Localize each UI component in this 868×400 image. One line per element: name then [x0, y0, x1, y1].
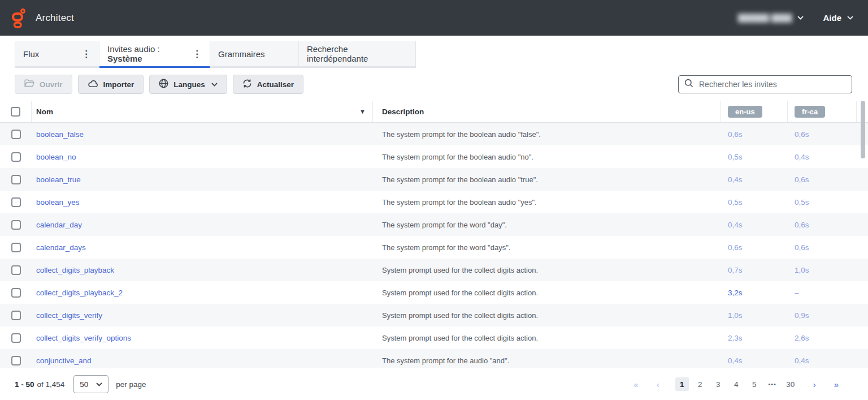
row-fr-ca-value[interactable]: 2,6s	[788, 334, 857, 342]
pagination-pages: 12345•••30	[675, 377, 797, 391]
row-fr-ca-value[interactable]: 0,6s	[788, 221, 857, 229]
row-en-us-value[interactable]: 2,3s	[721, 334, 788, 342]
pagination-page-2[interactable]: 2	[693, 377, 707, 391]
row-name-link[interactable]: collect_digits_playback_2	[36, 289, 123, 297]
tab-label: Flux	[23, 49, 39, 59]
scrollbar-thumb[interactable]	[861, 101, 865, 158]
page-size-select[interactable]: 50	[73, 375, 108, 393]
tab-grammaires[interactable]: Grammaires	[210, 41, 299, 68]
row-name-link[interactable]: calendar_days	[36, 243, 86, 252]
row-checkbox[interactable]	[11, 288, 21, 298]
table-row: conjunctive_and The system prompt for th…	[0, 349, 868, 368]
row-description: The system prompt for the boolean audio …	[373, 198, 721, 207]
row-name-link[interactable]: collect_digits_playback	[36, 266, 114, 274]
row-name-link[interactable]: conjunctive_and	[36, 356, 92, 365]
previous-page-button[interactable]: ‹	[654, 380, 662, 389]
row-en-us-value[interactable]: 0,5s	[721, 153, 788, 161]
row-checkbox[interactable]	[11, 311, 21, 320]
row-checkbox[interactable]	[11, 175, 21, 184]
row-checkbox[interactable]	[11, 220, 21, 230]
row-name-link[interactable]: boolean_false	[36, 130, 84, 139]
kebab-menu-icon[interactable]: ⋮	[184, 49, 202, 59]
row-en-us-value[interactable]: 3,2s	[721, 289, 788, 297]
row-en-us-value[interactable]: 0,5s	[721, 198, 788, 207]
tab-recherche-interdependante[interactable]: Recherche interdépendante	[299, 41, 416, 68]
kebab-menu-icon[interactable]: ⋮	[73, 49, 91, 59]
per-page-label: per page	[116, 380, 146, 389]
row-checkbox[interactable]	[11, 333, 21, 343]
row-en-us-value[interactable]: 0,6s	[721, 130, 788, 139]
row-fr-ca-value[interactable]: 0,6s	[788, 130, 857, 139]
footer-pagination-bar: 1 - 50 of 1,454 50 per page « ‹ 12345•••…	[0, 368, 868, 400]
row-checkbox[interactable]	[11, 243, 21, 252]
row-name-link[interactable]: collect_digits_verify_options	[36, 334, 131, 342]
row-checkbox[interactable]	[11, 152, 21, 162]
language-badge-fr-ca[interactable]: fr-ca	[795, 106, 825, 118]
table-row: boolean_true The system prompt for the b…	[0, 168, 868, 191]
select-all-checkbox[interactable]	[11, 107, 20, 117]
table-row: collect_digits_playback System prompt us…	[0, 259, 868, 281]
row-checkbox[interactable]	[11, 356, 21, 365]
row-name-link[interactable]: collect_digits_verify	[36, 311, 102, 320]
globe-icon	[159, 79, 168, 90]
import-button[interactable]: Importer	[78, 75, 144, 94]
languages-button[interactable]: Langues	[149, 75, 227, 94]
pagination-page-3[interactable]: 3	[711, 377, 725, 391]
row-fr-ca-value[interactable]: 0,6s	[788, 243, 857, 252]
row-en-us-value[interactable]: 0,6s	[721, 243, 788, 252]
vertical-scrollbar[interactable]	[861, 101, 865, 368]
top-header: Architect ██████ ████ Aide	[0, 0, 868, 36]
help-menu[interactable]: Aide	[823, 13, 841, 23]
row-name-link[interactable]: boolean_true	[36, 175, 81, 184]
table-row: collect_digits_verify System prompt used…	[0, 304, 868, 326]
row-checkbox[interactable]	[11, 265, 21, 275]
row-name-link[interactable]: boolean_yes	[36, 198, 80, 207]
row-checkbox[interactable]	[11, 197, 21, 207]
button-label: Ouvrir	[40, 80, 63, 89]
tab-invites-audio-systeme[interactable]: Invites audio : Système ⋮	[99, 41, 210, 68]
row-fr-ca-value[interactable]: –	[788, 289, 857, 297]
pagination-page-4[interactable]: 4	[730, 377, 743, 391]
last-page-button[interactable]: »	[832, 380, 841, 389]
row-checkbox[interactable]	[11, 130, 21, 139]
results-range: 1 - 50	[15, 380, 34, 389]
sort-filter-icon[interactable]: ▼	[359, 108, 366, 115]
pagination-page-5[interactable]: 5	[748, 377, 761, 391]
tab-bar: Flux ⋮ Invites audio : Système ⋮ Grammai…	[0, 36, 868, 68]
row-description: System prompt used for the collect digit…	[373, 311, 721, 320]
row-fr-ca-value[interactable]: 0,5s	[788, 198, 857, 207]
row-name-link[interactable]: calendar_day	[36, 221, 82, 229]
row-en-us-value[interactable]: 1,0s	[721, 311, 788, 320]
language-badge-en-us[interactable]: en-us	[728, 106, 762, 118]
button-label: Actualiser	[257, 80, 294, 89]
pagination-page-30[interactable]: 30	[784, 377, 797, 391]
next-page-button[interactable]: ›	[811, 380, 818, 389]
row-en-us-value[interactable]: 0,4s	[721, 221, 788, 229]
row-en-us-value[interactable]: 0,7s	[721, 266, 788, 274]
row-fr-ca-value[interactable]: 1,0s	[788, 266, 857, 274]
refresh-icon	[242, 79, 252, 90]
open-button[interactable]: Ouvrir	[15, 75, 72, 94]
chevron-down-icon[interactable]	[797, 16, 804, 20]
row-fr-ca-value[interactable]: 0,4s	[788, 153, 857, 161]
column-header-nom[interactable]: Nom	[36, 107, 53, 116]
row-fr-ca-value[interactable]: 0,4s	[788, 356, 857, 365]
first-page-button[interactable]: «	[631, 380, 640, 389]
row-name-link[interactable]: boolean_no	[36, 153, 76, 161]
row-en-us-value[interactable]: 0,4s	[721, 356, 788, 365]
table-row: boolean_false The system prompt for the …	[0, 123, 868, 145]
refresh-button[interactable]: Actualiser	[233, 75, 303, 94]
user-menu-name[interactable]: ██████ ████	[738, 14, 792, 22]
pagination-page-1[interactable]: 1	[675, 377, 689, 391]
row-fr-ca-value[interactable]: 0,9s	[788, 311, 857, 320]
table-row: collect_digits_playback_2 System prompt …	[0, 281, 868, 304]
column-header-description[interactable]: Description	[382, 107, 424, 116]
row-description: The system prompt for the word "day".	[373, 221, 721, 229]
chevron-down-icon[interactable]	[847, 16, 853, 20]
row-en-us-value[interactable]: 0,4s	[721, 175, 788, 184]
row-fr-ca-value[interactable]: 0,6s	[788, 175, 857, 184]
search-input[interactable]	[698, 79, 846, 89]
row-description: The system prompt for the audio "and".	[373, 356, 721, 365]
table-row: boolean_yes The system prompt for the bo…	[0, 191, 868, 213]
tab-flux[interactable]: Flux ⋮	[15, 41, 99, 68]
